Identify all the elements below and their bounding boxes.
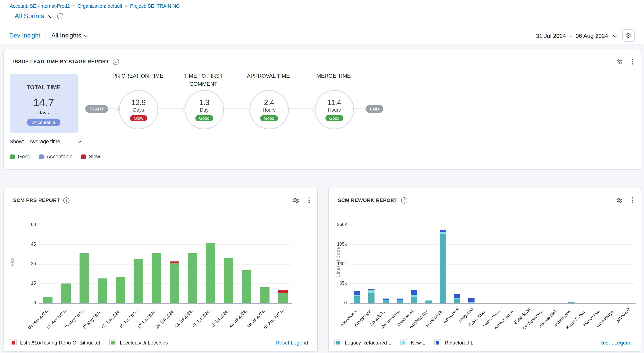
- info-icon[interactable]: i: [57, 13, 63, 19]
- bar-segment: [468, 302, 474, 303]
- bar-segment: [411, 296, 417, 303]
- bar-segment: [98, 278, 107, 303]
- bar-segment: [278, 293, 288, 303]
- legend-checkbox: [400, 339, 407, 346]
- date-range-picker[interactable]: 31 Jul 2024 - 06 Aug 2024: [536, 32, 617, 39]
- bar-segment: [224, 258, 234, 303]
- stage-status-badge: Good: [195, 115, 213, 121]
- bar-segment: [397, 300, 403, 301]
- legend-item[interactable]: Good: [10, 154, 30, 160]
- bar-segment: [425, 300, 432, 301]
- bar-segment: [468, 298, 474, 302]
- stage-status-badge: Good: [325, 115, 344, 121]
- stage-value: 12.9: [132, 98, 146, 107]
- stage-unit: Day: [200, 107, 208, 112]
- bar-segment: [568, 302, 574, 303]
- date-range-end: 06 Aug 2024: [576, 32, 608, 39]
- show-dropdown[interactable]: Show: Average time: [10, 139, 81, 144]
- date-range-start: 31 Jul 2024: [536, 32, 566, 39]
- bar-segment: [425, 300, 432, 300]
- legend-item[interactable]: Refactored L: [434, 339, 474, 346]
- bar-segment: [354, 295, 360, 296]
- divider: [46, 31, 46, 40]
- legend-swatch: [12, 341, 15, 344]
- insight-nav: Dev Insight All Insights: [9, 27, 88, 44]
- bar-segment: [382, 301, 388, 303]
- y-axis-tick-label: 130k: [327, 261, 347, 266]
- legend-swatch: [39, 154, 44, 159]
- legend-label: Legacy Refactored L: [345, 340, 391, 346]
- bar-segment: [152, 254, 161, 303]
- legend-item[interactable]: Legacy Refactored L: [334, 339, 391, 346]
- legend-swatch: [10, 154, 15, 159]
- bar-segment: [454, 298, 460, 298]
- bar-segment: [382, 298, 388, 300]
- bar-segment: [44, 296, 53, 303]
- gridline: [350, 264, 636, 264]
- chevron-right-icon: ›: [73, 3, 74, 9]
- stage-unit: Hours: [263, 107, 276, 112]
- x-axis-line: [350, 303, 636, 304]
- bar-segment: [425, 301, 432, 303]
- gridline: [350, 244, 636, 245]
- flow-arrow-icon: [361, 106, 366, 111]
- stage-value: 1.3: [199, 98, 210, 107]
- bar-segment: [440, 232, 446, 234]
- top-header: Account: SEI-Internal-Prod2 › Organizati…: [0, 0, 644, 27]
- bar-segment: [497, 302, 503, 303]
- x-axis-line: [39, 303, 292, 304]
- gridline: [350, 284, 636, 284]
- breadcrumb-account[interactable]: Account: SEI-Internal-Prod2: [10, 3, 70, 9]
- bar-segment: [397, 299, 403, 300]
- legend-label: Levelops/Ui-Levelops: [120, 340, 168, 346]
- breadcrumb-project[interactable]: Project: SEI TRAINING: [130, 3, 180, 9]
- show-label: Show:: [10, 139, 24, 144]
- bar-segment: [188, 254, 197, 303]
- legend-item[interactable]: Slow: [81, 154, 100, 160]
- gear-icon: ⚙: [626, 32, 632, 40]
- sprint-selector[interactable]: All Sprints i: [15, 12, 63, 20]
- legend-checkbox: [334, 339, 341, 346]
- bar-segment: [242, 270, 251, 303]
- legend-item[interactable]: New L: [400, 339, 425, 346]
- legend-label: Esha610/Testing-Repo-Of-Bitbucket: [20, 340, 100, 346]
- bar-segment: [382, 300, 388, 301]
- chevron-down-icon: [613, 32, 618, 37]
- dev-insight-link[interactable]: Dev Insight: [9, 32, 40, 39]
- breadcrumb-organization[interactable]: Organization: default: [78, 3, 122, 9]
- y-axis-tick-label: 0: [327, 300, 347, 305]
- stage-circle: 12.9DaysSlow: [119, 90, 158, 130]
- chevron-down-icon: [78, 139, 82, 143]
- start-pill: START: [85, 105, 108, 113]
- legend-item[interactable]: Acceptable: [39, 154, 72, 160]
- bar-segment: [170, 264, 179, 303]
- rework-bar-chart: 065k130k195k260kajay-levelo...sharath-le…: [328, 188, 641, 352]
- stage-value: 11.4: [328, 98, 341, 107]
- bar-segment: [260, 288, 270, 303]
- y-axis-tick-label: 15: [16, 281, 36, 286]
- bar-segment: [368, 289, 374, 290]
- bar-segment: [170, 261, 179, 263]
- flow-arrow-icon: [245, 106, 250, 111]
- legend-checkbox: [110, 339, 116, 346]
- settings-button[interactable]: ⚙: [622, 29, 635, 42]
- flow-arrow-line: [287, 109, 313, 109]
- flow-arrow-icon: [114, 106, 119, 111]
- stage-unit: Hours: [328, 107, 341, 112]
- reset-legend-link[interactable]: Reset Legend: [599, 340, 632, 346]
- stage-circle: 11.4HoursGood: [315, 90, 354, 130]
- flow-arrow-line: [157, 109, 182, 109]
- all-insights-label: All Insights: [51, 32, 81, 39]
- chevron-down-icon: [48, 13, 53, 18]
- legend-swatch: [336, 341, 340, 344]
- insight-subheader: Dev Insight All Insights 31 Jul 2024 - 0…: [0, 27, 644, 44]
- bar-segment: [134, 259, 143, 303]
- reset-legend-link[interactable]: Reset Legend: [276, 340, 308, 346]
- stage-status-badge: Slow: [130, 115, 147, 121]
- legend-item[interactable]: Levelops/Ui-Levelops: [110, 339, 168, 346]
- y-axis-tick-label: 195k: [327, 242, 347, 246]
- all-insights-dropdown[interactable]: All Insights: [51, 32, 88, 39]
- legend-item[interactable]: Esha610/Testing-Repo-Of-Bitbucket: [10, 339, 100, 346]
- lead-time-legend: GoodAcceptableSlow: [10, 154, 100, 160]
- legend-label: Good: [18, 154, 30, 160]
